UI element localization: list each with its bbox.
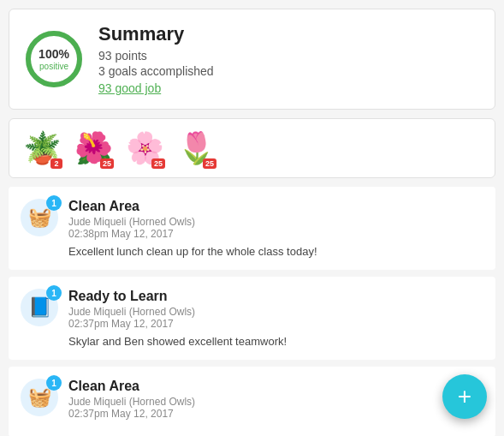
badge-count: 25 xyxy=(203,158,216,169)
activity-content: Clean Area Jude Miqueli (Horned Owls)02:… xyxy=(68,379,483,425)
summary-link[interactable]: 93 good job xyxy=(98,81,214,95)
activity-item: 🧺 1 Clean Area Jude Miqueli (Horned Owls… xyxy=(9,367,495,436)
activity-meta: Jude Miqueli (Horned Owls)02:38pm May 12… xyxy=(68,216,483,240)
activity-icon-wrap: 🧺 1 xyxy=(21,379,58,416)
badge-count: 2 xyxy=(50,158,62,169)
activity-icon-wrap: 📘 1 xyxy=(21,289,58,326)
activity-icon-wrap: 🧺 1 xyxy=(21,199,58,236)
activity-description: Excellent lunch clean up for the whole c… xyxy=(68,245,483,258)
activity-title: Clean Area xyxy=(68,199,483,214)
badge-count: 25 xyxy=(151,158,165,169)
badge-item: 🌺 25 xyxy=(71,126,116,170)
summary-title: Summary xyxy=(98,23,214,45)
badge-item: 🌸 25 xyxy=(122,126,167,170)
activity-meta: Jude Miqueli (Horned Owls)02:37pm May 12… xyxy=(68,396,483,420)
fab-button[interactable]: + xyxy=(442,374,487,419)
activity-meta: Jude Miqueli (Horned Owls)02:37pm May 12… xyxy=(68,306,483,330)
summary-goals: 3 goals accomplished xyxy=(98,64,214,78)
badge-item: 🪴 2 xyxy=(20,126,64,170)
badge-count: 25 xyxy=(100,158,114,169)
activity-description: Skylar and Ben showed excellent teamwork… xyxy=(68,335,483,348)
progress-circle: 100% positive xyxy=(23,28,85,90)
badges-row: 🪴 2 🌺 25 🌸 25 🌷 25 xyxy=(9,118,495,178)
activity-content: Clean Area Jude Miqueli (Horned Owls)02:… xyxy=(68,199,483,258)
activity-badge: 1 xyxy=(46,285,62,301)
activity-badge: 1 xyxy=(46,195,62,211)
activity-title: Ready to Learn xyxy=(68,289,483,304)
summary-points: 93 points xyxy=(98,49,214,63)
activity-title: Clean Area xyxy=(68,379,483,394)
summary-card: 100% positive Summary 93 points 3 goals … xyxy=(9,9,495,110)
percent-label: 100% xyxy=(39,47,69,62)
summary-info: Summary 93 points 3 goals accomplished 9… xyxy=(98,23,214,95)
fab-icon: + xyxy=(458,383,471,410)
activity-item: 🧺 1 Clean Area Jude Miqueli (Horned Owls… xyxy=(9,187,495,270)
activity-badge: 1 xyxy=(46,375,62,391)
badge-item: 🌷 25 xyxy=(174,126,218,170)
activity-content: Ready to Learn Jude Miqueli (Horned Owls… xyxy=(68,289,483,348)
activity-item: 📘 1 Ready to Learn Jude Miqueli (Horned … xyxy=(9,277,495,360)
positive-label: positive xyxy=(39,61,69,71)
